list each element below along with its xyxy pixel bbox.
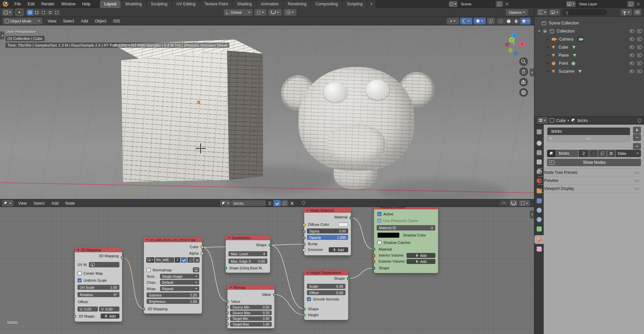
view-layer-name-field[interactable]: View Layer [576, 1, 627, 7]
socket-opacity-in[interactable] [303, 237, 306, 240]
socket-material-out[interactable] [350, 216, 353, 219]
panel-drag-grip[interactable] [634, 180, 640, 182]
max-level-slider[interactable]: Max. Level4 [228, 251, 267, 256]
socket-source-min[interactable] [226, 306, 229, 309]
select-mode-circle[interactable] [40, 9, 47, 15]
tab-object-data[interactable] [537, 226, 542, 231]
panel-drag-grip[interactable] [634, 172, 640, 174]
uv-map-field[interactable] [89, 262, 120, 267]
image-unlink-button[interactable] [194, 257, 200, 263]
socket-shape-in[interactable] [224, 267, 227, 270]
panel-preview[interactable]: Preview [538, 176, 641, 185]
socket-shape-out[interactable] [269, 244, 272, 247]
mesh-data-icon[interactable] [578, 70, 582, 73]
node-image-header[interactable]: tex_wall_bricks..04_HEIGHT.jpg [144, 237, 202, 242]
hide-render-toggle[interactable] [637, 29, 642, 33]
panel-node-tree-presets[interactable]: Node Tree Presets [538, 168, 641, 177]
socket-shape-in[interactable] [372, 267, 375, 270]
menu-help[interactable]: Help [79, 0, 94, 8]
uniform-scale-row[interactable]: Uniform Scale [77, 278, 107, 283]
socket-height-in[interactable] [303, 314, 306, 317]
snap-toggle[interactable] [268, 9, 282, 16]
fake-user-toggle[interactable] [273, 200, 281, 206]
socket-exterior-in[interactable] [372, 260, 375, 263]
node-remap[interactable]: Remap Value Value Source Min0.00 Source … [227, 285, 274, 328]
hide-viewport-toggle[interactable] [630, 38, 634, 41]
interior-add-button[interactable]: Add [407, 253, 435, 258]
mesh-data-icon[interactable] [573, 54, 576, 57]
node-matte-material[interactable]: Matte Material Material Diffuse Color Si… [304, 208, 351, 255]
transform-orientation-dropdown[interactable]: Global [224, 9, 253, 16]
ne-menu-select[interactable]: Select [30, 199, 48, 207]
socket-color-out[interactable] [201, 246, 204, 249]
gizmo-neg-z-ball[interactable] [514, 51, 518, 56]
socket-2dmapping-in[interactable] [73, 315, 76, 318]
socket-sigma-in[interactable] [303, 230, 306, 233]
socket-bump-in[interactable] [303, 243, 306, 246]
sidebar-pullout-tab[interactable] [530, 68, 534, 76]
node-editor-type-button[interactable] [2, 200, 13, 206]
max-edge-slider[interactable]: Max. Edge S0.00 [228, 259, 267, 264]
add-button[interactable]: Add [101, 314, 119, 319]
vp-menu-add[interactable]: Add [77, 17, 91, 25]
row-scene-collection[interactable]: Scene Collection [534, 19, 644, 27]
tab-sculpting[interactable]: Sculpting [147, 0, 172, 8]
shadow-catcher-row[interactable]: Shadow Catcher [377, 240, 411, 245]
select-mode-lasso[interactable] [47, 9, 54, 15]
tab-texture[interactable] [537, 247, 542, 252]
tab-render[interactable] [537, 141, 542, 146]
brick-cube-object[interactable] [113, 39, 264, 183]
view-layer-copy-button[interactable] [627, 1, 635, 7]
scene-icon[interactable] [449, 1, 458, 7]
editor-type-button[interactable] [2, 9, 13, 16]
source-dropdown[interactable]: Single Image [160, 274, 199, 279]
overlays-dropdown[interactable] [474, 18, 486, 24]
shading-solid[interactable] [504, 18, 513, 24]
offset-u-field[interactable]: U0.00 [77, 307, 98, 312]
smooth-normals-row[interactable]: Smooth Normals [307, 296, 339, 302]
socket-value-in[interactable] [226, 300, 229, 303]
normalmap-image-button[interactable] [193, 267, 199, 272]
row-point[interactable]: Point [534, 60, 644, 67]
socket-source-max[interactable] [226, 311, 229, 314]
slot-specials-button[interactable] [633, 143, 641, 149]
offset-slider[interactable]: Offset0.00 [307, 290, 345, 295]
offset-v-field[interactable]: V0.00 [99, 307, 119, 312]
source-min-slider[interactable]: Source Min0.00 [230, 305, 272, 310]
shading-material[interactable] [513, 18, 521, 24]
collection-checkbox[interactable] [543, 29, 547, 33]
node-matte-header[interactable]: Matte Material [304, 208, 351, 213]
tab-shading[interactable]: Shading [233, 0, 257, 8]
tab-uv-editing[interactable]: UV Editing [172, 0, 200, 8]
normalmap-row[interactable]: Normalmap [147, 267, 172, 273]
emission-add-button[interactable]: Add [329, 247, 348, 252]
breadcrumb-object[interactable]: Cube [556, 118, 566, 123]
image-copy-button[interactable] [187, 257, 194, 263]
tab-animation[interactable]: Animation [257, 0, 283, 8]
socket-mapping-in[interactable] [142, 308, 145, 311]
tab-modeling[interactable]: Modeling [121, 0, 147, 8]
slot-resize-grip[interactable] [586, 137, 592, 140]
scene-copy-button[interactable] [496, 1, 503, 7]
node-output-header[interactable]: Material Output [374, 207, 438, 209]
node-subdivision[interactable]: Subdivision Shape Max. Level4 Max. Edge … [226, 235, 270, 273]
tab-output[interactable] [537, 150, 542, 155]
light-data-icon[interactable] [572, 62, 575, 65]
hide-viewport-toggle[interactable] [630, 46, 634, 49]
breadcrumb-material[interactable]: bricks [578, 118, 588, 123]
view-layer-unlink-button[interactable] [635, 2, 641, 6]
tab-scripting[interactable]: Scripting [342, 0, 367, 8]
socket-diffuse-in[interactable] [303, 223, 306, 226]
target-max-slider[interactable]: Target Max1.00 [230, 322, 272, 327]
socket-shape-out[interactable] [347, 277, 350, 280]
expand-icon[interactable] [538, 30, 540, 32]
shading-rendered[interactable] [521, 18, 531, 24]
material-users-count[interactable]: 2 [579, 150, 589, 157]
gamma-slider[interactable]: Gamma2.20 [147, 292, 199, 297]
node-snap-toggle[interactable] [509, 200, 518, 206]
row-plane[interactable]: Plane [534, 52, 644, 59]
shading-wireframe[interactable] [496, 18, 504, 24]
copy-material-button[interactable] [598, 150, 607, 157]
tab-rendering[interactable]: Rendering [283, 0, 311, 8]
show-gizmo-dropdown[interactable] [447, 18, 459, 24]
